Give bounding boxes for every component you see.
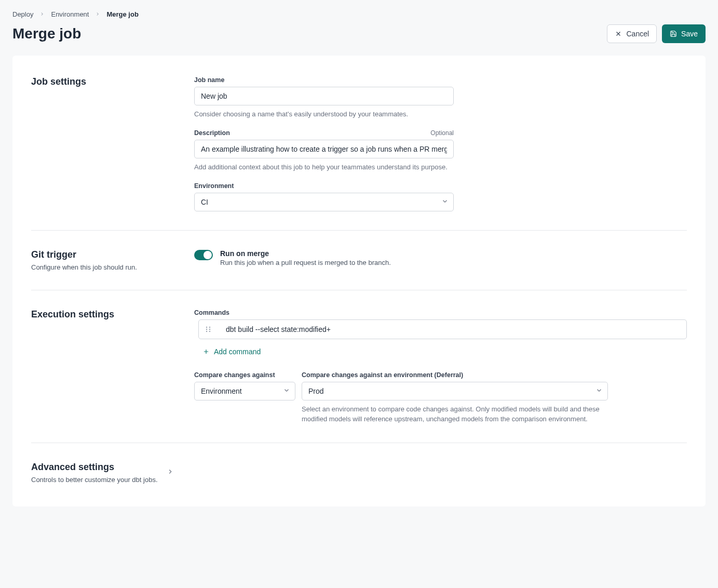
command-item[interactable]: dbt build --select state:modified+ [198, 319, 687, 339]
description-optional: Optional [430, 129, 454, 137]
compare-against-value: Environment [201, 387, 242, 395]
command-text: dbt build --select state:modified+ [226, 325, 331, 333]
save-label: Save [681, 30, 698, 38]
add-command-button[interactable]: Add command [198, 344, 265, 359]
chevron-right-icon [167, 469, 174, 477]
commands-label: Commands [194, 309, 229, 316]
page-title: Merge job [12, 25, 81, 42]
run-on-merge-description: Run this job when a pull request is merg… [220, 259, 391, 266]
breadcrumb: Deploy Environment Merge job [12, 10, 706, 18]
save-button[interactable]: Save [662, 24, 706, 43]
cancel-button[interactable]: Cancel [607, 24, 657, 43]
svg-point-5 [209, 331, 210, 332]
breadcrumb-current: Merge job [106, 10, 138, 18]
job-name-label: Job name [194, 76, 224, 84]
svg-point-0 [206, 327, 207, 328]
description-input[interactable] [194, 140, 454, 158]
advanced-settings-subtitle: Controls to better customize your dbt jo… [31, 476, 158, 484]
job-settings-title: Job settings [31, 76, 182, 87]
drag-handle-icon[interactable] [205, 326, 211, 333]
breadcrumb-environment[interactable]: Environment [51, 10, 89, 18]
chevron-right-icon [39, 10, 45, 18]
environment-value: CI [201, 198, 208, 206]
environment-label: Environment [194, 182, 234, 190]
compare-against-label: Compare changes against [194, 371, 275, 379]
add-command-label: Add command [214, 348, 261, 356]
description-label: Description [194, 129, 230, 137]
advanced-settings-title: Advanced settings [31, 462, 158, 473]
compare-against-select[interactable]: Environment [194, 382, 295, 400]
run-on-merge-toggle[interactable] [194, 250, 213, 260]
svg-point-1 [209, 327, 210, 328]
compare-env-help: Select an environment to compare code ch… [302, 405, 608, 423]
close-icon [615, 30, 622, 37]
compare-env-label: Compare changes against an environment (… [302, 371, 463, 379]
advanced-expand-button[interactable] [167, 468, 174, 477]
git-trigger-title: Git trigger [31, 249, 182, 260]
save-icon [670, 30, 677, 37]
environment-select[interactable]: CI [194, 193, 454, 211]
breadcrumb-deploy[interactable]: Deploy [12, 10, 33, 18]
job-name-help: Consider choosing a name that's easily u… [194, 110, 454, 119]
chevron-right-icon [95, 10, 100, 18]
svg-point-2 [206, 329, 207, 330]
git-trigger-subtitle: Configure when this job should run. [31, 263, 182, 271]
plus-icon [202, 348, 210, 355]
compare-env-select[interactable]: Prod [302, 382, 608, 400]
job-name-input[interactable] [194, 87, 454, 105]
description-help: Add additional context about this job to… [194, 163, 454, 172]
cancel-label: Cancel [626, 30, 649, 38]
compare-env-value: Prod [308, 387, 324, 395]
run-on-merge-label: Run on merge [220, 249, 391, 258]
svg-point-4 [206, 331, 207, 332]
execution-settings-title: Execution settings [31, 309, 182, 320]
svg-point-3 [209, 329, 210, 330]
